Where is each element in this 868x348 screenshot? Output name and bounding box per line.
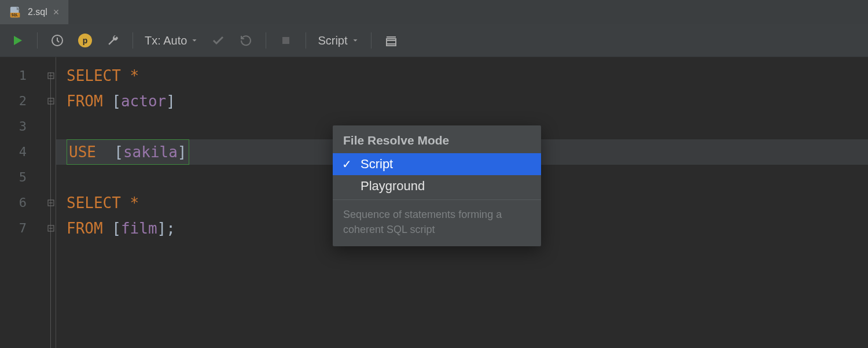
- editor-area: 1 2 3 4 5 6 7 SELECT * FROM [actor] USE …: [0, 57, 868, 348]
- resolve-mode-label: Script: [318, 34, 347, 47]
- run-button[interactable]: [9, 32, 25, 49]
- resolve-mode-popup: File Resolve Mode ✓ Script Playground Se…: [333, 125, 541, 246]
- fold-marker-icon[interactable]: [47, 199, 54, 206]
- line-number: 5: [0, 165, 56, 190]
- svg-rect-4: [282, 37, 289, 44]
- close-icon[interactable]: ×: [53, 7, 60, 17]
- history-icon[interactable]: [49, 32, 65, 49]
- file-tab[interactable]: SQL 2.sql ×: [0, 0, 69, 24]
- separator: [133, 32, 133, 49]
- separator: [371, 32, 372, 49]
- svg-rect-8: [387, 39, 396, 46]
- data-grid-icon[interactable]: [383, 32, 399, 49]
- svg-text:SQL: SQL: [12, 13, 19, 17]
- sql-file-icon: SQL: [9, 6, 22, 18]
- check-icon: ✓: [341, 157, 352, 171]
- popup-item-label: Playground: [361, 179, 425, 194]
- compare-icon[interactable]: p: [77, 32, 93, 49]
- resolve-mode-dropdown[interactable]: Script: [318, 34, 359, 47]
- popup-description: Sequence of statements forming a coheren…: [333, 199, 541, 246]
- separator: [37, 32, 38, 49]
- gutter: 1 2 3 4 5 6 7: [0, 57, 56, 348]
- chevron-down-icon: [190, 36, 198, 45]
- popup-item-script[interactable]: ✓ Script: [333, 153, 541, 175]
- tx-mode-label: Tx: Auto: [145, 34, 187, 47]
- line-number: 7: [0, 216, 56, 241]
- line-number: 4: [0, 139, 56, 165]
- stop-icon[interactable]: [278, 32, 294, 49]
- fold-marker-icon[interactable]: [47, 72, 54, 79]
- editor-toolbar: p Tx: Auto Script: [0, 24, 868, 57]
- line-number: 3: [0, 114, 56, 139]
- line-number: 1: [0, 63, 56, 88]
- wrench-icon[interactable]: [105, 32, 121, 49]
- code-line: SELECT *: [56, 63, 868, 88]
- popup-item-label: Script: [361, 157, 393, 172]
- chevron-down-icon: [351, 36, 359, 45]
- fold-marker-icon[interactable]: [47, 225, 54, 232]
- code-line: FROM [actor]: [56, 88, 868, 114]
- commit-icon[interactable]: [210, 32, 226, 49]
- line-number: 6: [0, 190, 56, 216]
- popup-title: File Resolve Mode: [333, 125, 541, 153]
- fold-marker-icon[interactable]: [47, 98, 54, 105]
- separator: [266, 32, 266, 49]
- file-tab-label: 2.sql: [28, 7, 47, 17]
- popup-item-playground[interactable]: Playground: [333, 175, 541, 197]
- line-number: 2: [0, 88, 56, 114]
- separator: [306, 32, 306, 49]
- tx-mode-dropdown[interactable]: Tx: Auto: [145, 34, 198, 47]
- rollback-icon[interactable]: [238, 32, 254, 49]
- tab-bar: SQL 2.sql ×: [0, 0, 868, 24]
